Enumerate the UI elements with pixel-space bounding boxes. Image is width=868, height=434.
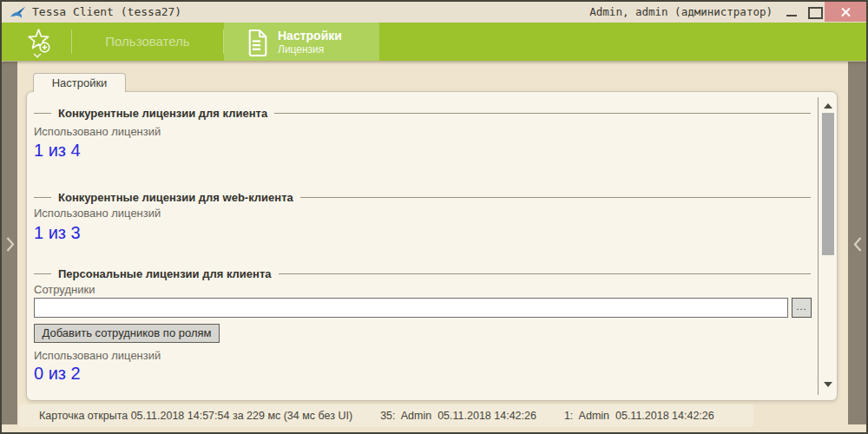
scrollbar-up-arrow[interactable] xyxy=(824,103,832,108)
status-bar: Карточка открыта 05.11.2018 14:57:54 за … xyxy=(19,404,753,427)
section-header-concurrent-client: Конкурентные лицензии для клиента xyxy=(34,106,811,120)
used-licenses-label: Использовано лицензий xyxy=(34,349,161,362)
new-card-button[interactable] xyxy=(2,23,71,61)
tab-card-settings[interactable]: Настройки xyxy=(33,73,126,92)
minimize-button[interactable] xyxy=(781,2,802,23)
section-title: Персональные лицензии для клиента xyxy=(58,267,272,280)
scrollbar-down-arrow[interactable] xyxy=(824,382,832,387)
settings-card: Конкурентные лицензии для клиента Исполь… xyxy=(26,91,838,401)
window-title: Tessa Client (tessa27) xyxy=(32,2,181,23)
right-panel-toggle[interactable] xyxy=(848,62,866,424)
used-licenses-label: Использовано лицензий xyxy=(34,207,161,220)
document-icon xyxy=(245,30,268,56)
status-history-entry: 1: Admin 05.11.2018 14:42:26 xyxy=(564,410,714,422)
active-tab-subtitle: Лицензия xyxy=(278,43,324,56)
current-user-label: Admin, admin (администратор) xyxy=(589,2,773,23)
status-history-entry: 35: Admin 05.11.2018 14:42:26 xyxy=(380,410,536,422)
section-header-personal-client: Персональные лицензии для клиента xyxy=(34,266,811,280)
used-licenses-value: 0 из 2 xyxy=(34,364,81,384)
active-tab-title: Настройки xyxy=(278,29,342,43)
maximize-button[interactable] xyxy=(804,2,825,23)
title-bar: Tessa Client (tessa27) Admin, admin (адм… xyxy=(2,2,866,23)
scrollbar-track xyxy=(818,97,819,395)
maximize-icon xyxy=(808,7,823,19)
close-button[interactable] xyxy=(825,2,867,22)
chevron-right-icon xyxy=(6,237,15,252)
scrollbar-thumb[interactable] xyxy=(822,113,834,255)
tab-settings-license[interactable]: Настройки Лицензия xyxy=(224,23,379,61)
employees-input[interactable] xyxy=(34,298,788,318)
tessa-bird-icon xyxy=(10,6,26,19)
used-licenses-value: 1 из 3 xyxy=(34,223,81,243)
employees-label: Сотрудники xyxy=(34,283,95,296)
used-licenses-value: 1 из 4 xyxy=(34,141,81,161)
section-header-concurrent-web: Конкурентные лицензии для web-клиента xyxy=(34,190,811,204)
add-employees-by-roles-button[interactable]: Добавить сотрудников по ролям xyxy=(34,324,220,343)
star-plus-icon xyxy=(26,28,52,54)
chevron-left-icon xyxy=(853,237,862,252)
tab-user[interactable]: Пользователь xyxy=(72,23,223,61)
minimize-icon xyxy=(786,15,797,16)
left-panel-toggle[interactable] xyxy=(2,62,17,424)
section-title: Конкурентные лицензии для клиента xyxy=(58,107,267,120)
status-message: Карточка открыта 05.11.2018 14:57:54 за … xyxy=(39,410,352,422)
chevron-down-icon xyxy=(33,53,42,58)
main-toolbar: Пользователь Настройки Лицензия xyxy=(2,23,866,61)
employees-browse-button[interactable]: ... xyxy=(792,298,812,318)
used-licenses-label: Использовано лицензий xyxy=(34,125,161,138)
section-title: Конкурентные лицензии для web-клиента xyxy=(58,191,293,204)
